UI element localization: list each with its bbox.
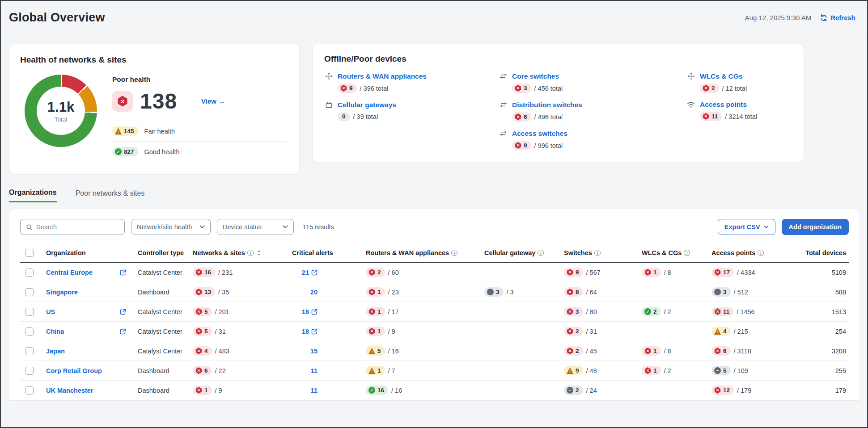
status-badge-critical: 5 xyxy=(193,307,212,316)
select-all-checkbox[interactable] xyxy=(25,249,34,257)
organization-link[interactable]: US xyxy=(46,308,55,315)
wlcs-cgs-cell: 1/ 8 xyxy=(642,268,711,277)
organization-link[interactable]: Singapore xyxy=(46,289,78,296)
total-devices: 5109 xyxy=(792,269,849,276)
last-updated-timestamp: Aug 12, 2025 9:30 AM xyxy=(745,14,811,21)
device-total: / 39 total xyxy=(353,113,378,120)
table-row: US Catalyst Center 5/ 201 18 1/ 17 3/ 80… xyxy=(20,302,849,322)
sort-icon[interactable] xyxy=(257,250,261,256)
critical-alerts-link[interactable]: 20 xyxy=(310,289,318,296)
metric-total: / 8 xyxy=(664,348,671,355)
metric-total: / 512 xyxy=(734,289,748,296)
status-badge-critical: 1 xyxy=(642,346,661,356)
metric-total: / 1456 xyxy=(737,308,754,315)
info-icon[interactable]: i xyxy=(684,250,690,256)
organization-link[interactable]: China xyxy=(46,328,64,335)
status-badge-offline: 3 xyxy=(711,287,731,297)
row-checkbox[interactable] xyxy=(25,367,34,375)
offline-minus-icon xyxy=(714,289,721,295)
critical-alerts-link[interactable]: 18 xyxy=(302,308,309,315)
check-circle-icon xyxy=(644,308,651,315)
networks-sites-cell: 1/ 9 xyxy=(193,386,292,395)
cellular-gateway-cell: 3/ 3 xyxy=(484,287,564,297)
info-icon[interactable]: i xyxy=(594,250,601,256)
metric-total: / 3 xyxy=(507,289,514,296)
fair-health-row: 145 Fair health xyxy=(112,121,287,142)
external-link-icon[interactable] xyxy=(311,269,318,276)
critical-alerts-link[interactable]: 15 xyxy=(310,348,318,355)
row-checkbox[interactable] xyxy=(25,327,34,336)
row-checkbox[interactable] xyxy=(25,308,34,316)
device-status-filter[interactable]: Device status xyxy=(217,219,294,235)
organization-cell: China xyxy=(46,328,138,335)
router-icon xyxy=(324,72,333,80)
info-icon[interactable]: i xyxy=(247,250,254,256)
status-badge-critical: 6 xyxy=(512,112,531,122)
organization-link[interactable]: Corp Retail Group xyxy=(46,367,102,374)
device-group-link[interactable]: Cellular gateways xyxy=(338,101,396,109)
info-icon[interactable]: i xyxy=(758,250,764,256)
critical-hexagon-icon xyxy=(195,348,202,354)
wifi-icon xyxy=(686,101,695,109)
organization-cell: Corp Retail Group xyxy=(46,367,138,374)
device-group-link[interactable]: Routers & WAN appliances xyxy=(338,72,427,80)
device-group-link[interactable]: Core switches xyxy=(512,72,559,80)
organization-link[interactable]: Japan xyxy=(46,348,65,355)
external-link-icon[interactable] xyxy=(311,309,318,315)
critical-alerts-link[interactable]: 21 xyxy=(302,269,309,276)
critical-hexagon-icon xyxy=(714,308,721,315)
device-total: / 496 total xyxy=(534,113,563,121)
external-link-icon[interactable] xyxy=(120,309,126,315)
network-site-health-filter[interactable]: Network/site health xyxy=(131,219,211,235)
external-link-icon[interactable] xyxy=(120,269,126,276)
external-link-icon[interactable] xyxy=(311,328,318,335)
search-box[interactable] xyxy=(20,219,125,235)
networks-sites-cell: 5/ 201 xyxy=(193,307,292,316)
controller-type: Catalyst Center xyxy=(138,308,193,315)
refresh-button[interactable]: Refresh xyxy=(820,14,855,21)
export-csv-button[interactable]: Export CSV xyxy=(718,219,775,235)
row-checkbox[interactable] xyxy=(25,386,34,394)
health-card-title: Health of networks & sites xyxy=(20,55,287,65)
status-badge-warning: 4 xyxy=(711,327,731,336)
critical-alerts-link[interactable]: 11 xyxy=(311,387,318,394)
chevron-down-icon xyxy=(199,225,205,229)
critical-alerts-link[interactable]: 18 xyxy=(302,328,309,335)
device-group-link[interactable]: WLCs & CGs xyxy=(700,72,743,80)
routers-wan-cell: 1/ 17 xyxy=(366,307,484,316)
metric-total: / 7 xyxy=(388,367,395,374)
info-icon[interactable]: i xyxy=(538,250,544,256)
row-checkbox[interactable] xyxy=(25,269,34,277)
search-input[interactable] xyxy=(36,223,119,231)
critical-alerts-cell: 20 xyxy=(292,289,366,296)
organization-link[interactable]: Central Europe xyxy=(46,269,93,276)
device-group-link[interactable]: Access switches xyxy=(512,130,567,138)
tab-bar: Organizations Poor networks & sites xyxy=(1,174,867,202)
status-badge-critical: 2 xyxy=(564,346,583,356)
device-total: / 12 total xyxy=(722,85,747,92)
device-total: / 3214 total xyxy=(725,113,757,120)
view-poor-link[interactable]: View → xyxy=(201,97,225,105)
tab-organizations[interactable]: Organizations xyxy=(9,189,57,202)
routers-wan-cell: 16/ 16 xyxy=(366,386,484,395)
info-icon[interactable]: i xyxy=(451,250,457,256)
organization-link[interactable]: UK Manchester xyxy=(46,387,93,394)
row-checkbox[interactable] xyxy=(25,347,34,355)
status-badge-critical: 2 xyxy=(564,327,583,336)
wlc-icon xyxy=(686,72,695,80)
row-checkbox[interactable] xyxy=(25,288,34,296)
critical-alerts-link[interactable]: 11 xyxy=(311,367,318,374)
wlcs-cgs-cell: 1/ 8 xyxy=(642,346,711,356)
device-group-link[interactable]: Distribution switches xyxy=(512,101,582,109)
tab-poor-networks-sites[interactable]: Poor networks & sites xyxy=(76,189,145,202)
add-organization-button[interactable]: Add organization xyxy=(782,219,849,235)
metric-total: / 48 xyxy=(586,367,597,374)
chevron-down-icon xyxy=(283,225,288,229)
external-link-icon[interactable] xyxy=(120,328,126,335)
metric-total: / 80 xyxy=(586,308,597,315)
status-badge-offline: 3 xyxy=(484,287,504,297)
column-header-networks-sites[interactable]: Networks & sitesi xyxy=(193,249,292,256)
status-badge-critical: 3 xyxy=(512,84,531,93)
device-group-link[interactable]: Access points xyxy=(700,101,747,109)
controller-type: Catalyst Center xyxy=(138,348,193,355)
